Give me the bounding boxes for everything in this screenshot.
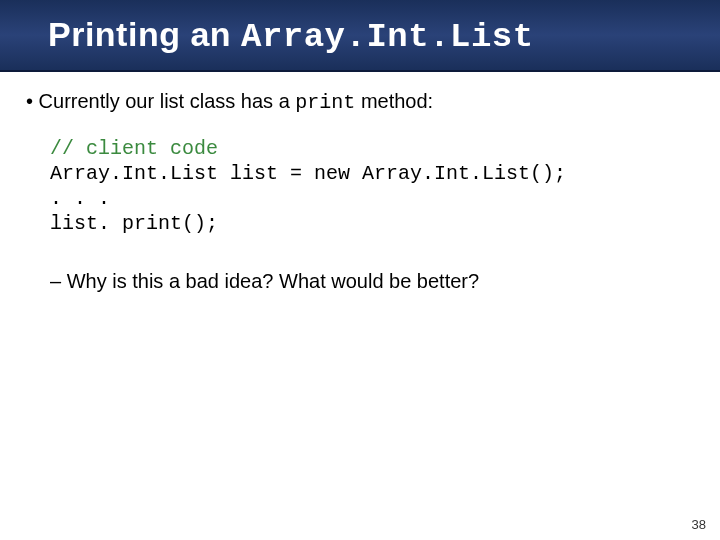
slide-title: Printing an Array.Int.List [48, 15, 534, 56]
code-line-1: Array.Int.List list = new Array.Int.List… [50, 162, 566, 185]
page-number: 38 [692, 517, 706, 532]
title-part1: Printing an [48, 15, 241, 53]
code-block: // client code Array.Int.List list = new… [20, 136, 700, 236]
title-bar: Printing an Array.Int.List [0, 0, 720, 72]
bullet-suffix: method: [355, 90, 433, 112]
code-comment: // client code [50, 137, 218, 160]
code-line-2: . . . [50, 187, 110, 210]
title-part2: Array.Int.List [241, 18, 534, 56]
sub-bullet: – Why is this a bad idea? What would be … [20, 270, 700, 293]
slide-content: • Currently our list class has a print m… [0, 72, 720, 293]
bullet-prefix: • Currently our list class has a [26, 90, 295, 112]
main-bullet: • Currently our list class has a print m… [20, 90, 700, 114]
code-line-3: list. print(); [50, 212, 218, 235]
bullet-mono: print [295, 91, 355, 114]
